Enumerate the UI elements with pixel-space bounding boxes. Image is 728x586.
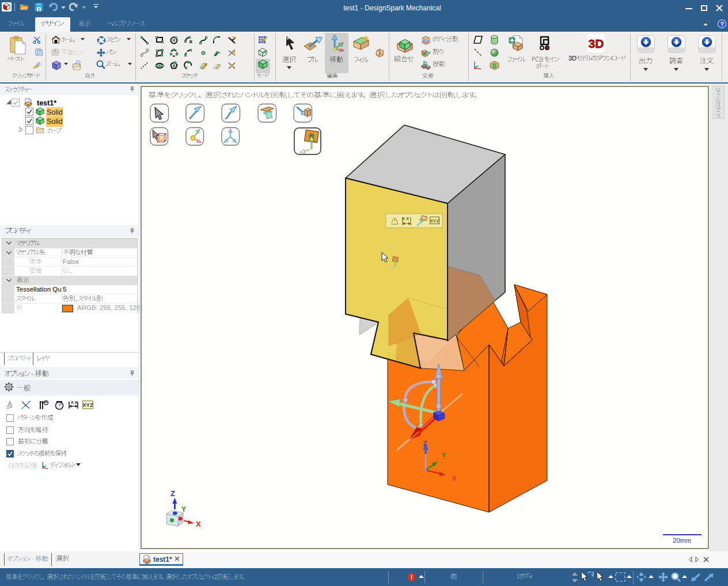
svg-text:Y: Y: [181, 505, 186, 513]
svg-text:Z: Z: [423, 440, 427, 448]
svg-text:X X: X X: [71, 400, 78, 404]
svg-text:?: ?: [720, 21, 724, 28]
svg-text:20mm: 20mm: [673, 537, 691, 544]
svg-text:!: !: [411, 574, 413, 581]
svg-text:XYZ: XYZ: [82, 402, 93, 408]
svg-text:X: X: [452, 475, 457, 482]
svg-text:X: X: [196, 520, 201, 528]
svg-text:XYZ: XYZ: [430, 218, 439, 224]
svg-text:X X: X X: [402, 216, 409, 221]
svg-text:3D: 3D: [589, 37, 604, 50]
svg-text:Y: Y: [442, 452, 446, 459]
svg-text:Z: Z: [170, 489, 175, 498]
